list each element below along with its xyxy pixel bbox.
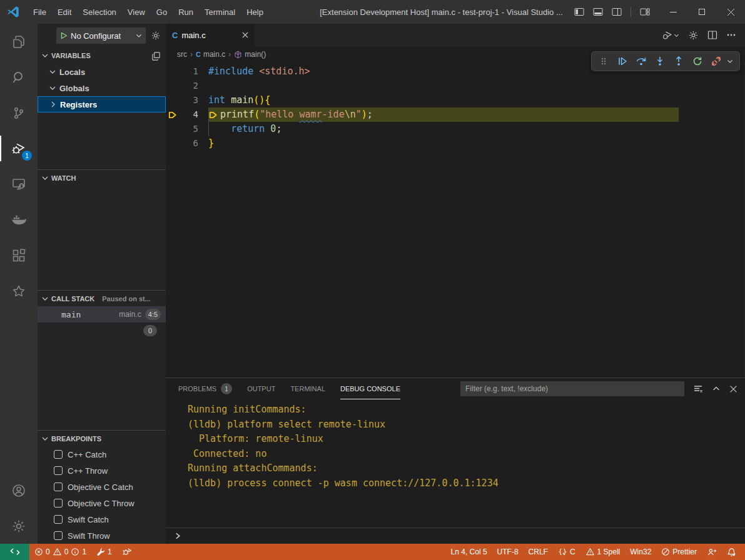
copy-icon[interactable] bbox=[151, 51, 161, 61]
watch-section-header[interactable]: WATCH bbox=[38, 169, 166, 186]
extensions-icon[interactable] bbox=[0, 238, 38, 273]
maximize-button[interactable] bbox=[687, 0, 716, 24]
editor-settings-gear-icon[interactable] bbox=[688, 30, 699, 41]
code-line[interactable]: 3int main(){ bbox=[166, 93, 744, 108]
console-input[interactable] bbox=[166, 528, 745, 544]
console-filter-input[interactable] bbox=[460, 381, 684, 396]
menu-file[interactable]: File bbox=[28, 0, 52, 24]
tab-problems[interactable]: PROBLEMS 1 bbox=[178, 378, 232, 399]
debug-configuration-dropdown[interactable]: No Configurat bbox=[56, 28, 146, 44]
breakpoint-row[interactable]: Swift Catch bbox=[38, 511, 166, 528]
toggle-sidebar-icon[interactable] bbox=[574, 7, 584, 17]
breadcrumb-src[interactable]: src bbox=[177, 50, 187, 59]
breadcrumb-symbol[interactable]: main() bbox=[234, 50, 266, 59]
variables-scope-locals[interactable]: Locals bbox=[38, 64, 166, 80]
run-and-debug-icon[interactable]: 1 bbox=[0, 131, 38, 166]
split-editor-icon[interactable] bbox=[707, 30, 717, 40]
explorer-icon[interactable] bbox=[0, 24, 38, 59]
menu-selection[interactable]: Selection bbox=[77, 0, 121, 24]
step-into-button[interactable] bbox=[652, 53, 668, 69]
menu-run[interactable]: Run bbox=[173, 0, 199, 24]
breakpoint-margin[interactable] bbox=[166, 122, 180, 136]
code-line[interactable]: 5 return 0; bbox=[166, 122, 744, 136]
code-line[interactable]: 6} bbox=[166, 136, 744, 151]
breadcrumb-file[interactable]: C main.c bbox=[196, 50, 225, 59]
close-button[interactable] bbox=[716, 0, 745, 24]
checkbox[interactable] bbox=[54, 531, 63, 540]
menu-terminal[interactable]: Terminal bbox=[199, 0, 241, 24]
star-icon[interactable] bbox=[0, 273, 38, 309]
step-out-button[interactable] bbox=[671, 53, 687, 69]
start-debug-icon[interactable] bbox=[60, 32, 68, 39]
step-over-button[interactable] bbox=[633, 53, 649, 69]
checkbox[interactable] bbox=[54, 466, 63, 475]
breakpoint-row[interactable]: Objective C Catch bbox=[38, 479, 166, 495]
menu-view[interactable]: View bbox=[122, 0, 151, 24]
toolbar-drag-handle[interactable] bbox=[595, 53, 612, 69]
breakpoint-margin[interactable] bbox=[166, 93, 180, 108]
debug-session-chevron-icon[interactable] bbox=[727, 58, 736, 64]
tab-terminal[interactable]: TERMINAL bbox=[290, 378, 325, 399]
breakpoint-row[interactable]: Swift Throw bbox=[38, 528, 166, 544]
search-icon[interactable] bbox=[0, 59, 38, 95]
more-actions-icon[interactable] bbox=[726, 30, 736, 40]
tools-status[interactable]: 1 bbox=[91, 544, 117, 560]
breakpoint-margin[interactable] bbox=[166, 79, 180, 93]
checkbox[interactable] bbox=[54, 450, 63, 459]
launch-settings-gear-icon[interactable] bbox=[151, 31, 161, 41]
call-stack-section-header[interactable]: CALL STACK Paused on st... bbox=[38, 290, 166, 306]
thread-row[interactable]: 0 bbox=[38, 322, 166, 339]
tab-output[interactable]: OUTPUT bbox=[247, 378, 275, 399]
variables-section-header[interactable]: VARIABLES bbox=[38, 48, 166, 64]
remote-explorer-icon[interactable] bbox=[0, 166, 38, 202]
source-control-icon[interactable] bbox=[0, 95, 38, 131]
clear-console-icon[interactable] bbox=[693, 384, 703, 394]
close-panel-icon[interactable] bbox=[729, 385, 737, 393]
encoding[interactable]: UTF-8 bbox=[492, 544, 524, 560]
tab-debug-console[interactable]: DEBUG CONSOLE bbox=[340, 378, 400, 399]
maximize-panel-icon[interactable] bbox=[712, 384, 721, 393]
formatter-status[interactable]: Prettier bbox=[656, 544, 702, 560]
feedback-button[interactable] bbox=[702, 544, 722, 560]
code-editor[interactable]: 1#include <stdio.h>23int main(){4printf(… bbox=[166, 62, 745, 378]
restart-button[interactable] bbox=[689, 53, 706, 69]
menu-go[interactable]: Go bbox=[151, 0, 173, 24]
run-debug-file-button[interactable] bbox=[661, 29, 679, 41]
spell-checker-status[interactable]: 1 Spell bbox=[580, 544, 626, 560]
disconnect-button[interactable] bbox=[708, 53, 724, 69]
minimize-button[interactable] bbox=[659, 0, 687, 24]
breakpoint-margin[interactable] bbox=[166, 136, 180, 151]
toggle-secondary-sidebar-icon[interactable] bbox=[612, 7, 622, 17]
variables-scope-globals[interactable]: Globals bbox=[38, 80, 166, 96]
breakpoint-row[interactable]: C++ Throw bbox=[38, 462, 166, 479]
accounts-icon[interactable] bbox=[0, 472, 38, 508]
problems-status[interactable]: 0 0 1 bbox=[29, 544, 91, 560]
menu-help[interactable]: Help bbox=[241, 0, 269, 24]
eol-sequence[interactable]: CRLF bbox=[524, 544, 553, 560]
platform-status[interactable]: Win32 bbox=[625, 544, 656, 560]
toggle-panel-icon[interactable] bbox=[593, 7, 603, 17]
code-line[interactable]: 4printf("hello wamr-ide\n"); bbox=[166, 108, 744, 122]
breakpoints-section-header[interactable]: BREAKPOINTS bbox=[38, 430, 166, 446]
customize-layout-icon[interactable] bbox=[640, 7, 650, 17]
language-mode[interactable]: C bbox=[553, 544, 580, 560]
current-frame-arrow-icon[interactable] bbox=[166, 108, 180, 122]
variables-scope-registers[interactable]: Registers bbox=[38, 96, 166, 112]
code-line[interactable]: 2 bbox=[166, 79, 744, 93]
cursor-position[interactable]: Ln 4, Col 5 bbox=[446, 544, 492, 560]
breakpoint-row[interactable]: C++ Catch bbox=[38, 446, 166, 462]
settings-gear-icon[interactable] bbox=[0, 508, 38, 544]
remote-indicator[interactable] bbox=[0, 544, 29, 560]
docker-icon[interactable] bbox=[0, 202, 38, 238]
menu-edit[interactable]: Edit bbox=[52, 0, 77, 24]
checkbox[interactable] bbox=[54, 499, 63, 508]
breakpoint-margin[interactable] bbox=[166, 64, 180, 79]
checkbox[interactable] bbox=[54, 482, 63, 491]
continue-button[interactable] bbox=[614, 53, 631, 69]
close-tab-icon[interactable] bbox=[242, 32, 248, 38]
tab-main-c[interactable]: C main.c bbox=[166, 24, 255, 46]
breakpoint-row[interactable]: Objective C Throw bbox=[38, 495, 166, 511]
stack-frame-row[interactable]: main main.c 4:5 bbox=[38, 306, 166, 322]
notifications-bell[interactable] bbox=[722, 544, 741, 560]
debug-status[interactable] bbox=[117, 544, 137, 560]
